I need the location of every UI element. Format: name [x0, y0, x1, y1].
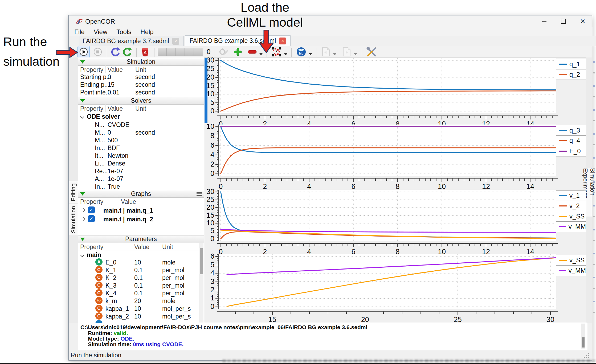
parameter-value[interactable]: 20: [134, 297, 141, 305]
title-bar[interactable]: OpenCOR ×: [69, 15, 591, 27]
parameter-value[interactable]: 0.1: [134, 290, 143, 297]
parameter-name[interactable]: K_1: [105, 267, 116, 274]
chevron-down-icon[interactable]: [80, 115, 84, 119]
solver-property-value[interactable]: Newton: [108, 152, 128, 159]
parameter-unit[interactable]: per_mol: [162, 290, 184, 297]
tab-simulation[interactable]: Simulation: [69, 204, 78, 235]
property-value[interactable]: 0: [108, 73, 111, 81]
console-scrollbar[interactable]: [581, 324, 585, 349]
property-unit[interactable]: second: [135, 89, 155, 96]
solver-property-name[interactable]: A...: [95, 175, 104, 183]
legend-entry-v_MM[interactable]: v_MM: [556, 221, 586, 232]
parameter-unit[interactable]: mole: [162, 297, 175, 305]
tab-close-icon[interactable]: ×: [172, 38, 179, 45]
parameter-name[interactable]: K_4: [105, 290, 116, 297]
parameters-scrollbar-thumb[interactable]: [200, 248, 203, 274]
chevron-down-icon[interactable]: [80, 253, 84, 257]
solver-property-name[interactable]: In...: [95, 183, 105, 190]
solver-property-value[interactable]: 500: [108, 137, 118, 144]
maximize-button[interactable]: [555, 15, 571, 27]
solver-property-name[interactable]: Li...: [95, 160, 105, 167]
plot-canvas-plot3[interactable]: [219, 190, 556, 241]
solver-property-value[interactable]: 1e-07: [108, 168, 123, 175]
solver-property-value[interactable]: CVODE: [108, 121, 129, 129]
parameters-section-header[interactable]: Parameters: [78, 235, 204, 243]
collapse-triangle-icon[interactable]: [80, 192, 85, 196]
parameter-name[interactable]: kappa_1: [105, 305, 129, 312]
plot-canvas-plot2[interactable]: [219, 125, 556, 176]
close-button[interactable]: ×: [574, 15, 591, 27]
parameter-name[interactable]: E_0: [105, 259, 116, 266]
property-unit[interactable]: second: [135, 81, 155, 88]
collapse-triangle-icon[interactable]: [80, 60, 85, 64]
export-alt-button[interactable]: [341, 46, 353, 57]
export-caret[interactable]: [333, 53, 337, 55]
simulation-section-header[interactable]: Simulation: [78, 58, 204, 66]
resize-grip-icon[interactable]: [584, 353, 590, 359]
graphs-menu-icon[interactable]: [197, 192, 202, 196]
graph-checkbox[interactable]: ✓: [88, 206, 95, 213]
reset-parameters-button[interactable]: [110, 46, 121, 57]
solver-property-name[interactable]: M...: [95, 137, 105, 144]
solver-property-name[interactable]: In...: [95, 144, 105, 152]
legend-entry-q_1[interactable]: q_1: [556, 59, 586, 69]
plot-canvas-plot4[interactable]: [219, 254, 556, 309]
sedml-file-button[interactable]: SEDML: [295, 46, 307, 57]
legend-entry-q_4[interactable]: q_4: [556, 135, 586, 146]
collapse-triangle-icon[interactable]: [80, 99, 85, 102]
solver-property-name[interactable]: N...: [95, 121, 104, 129]
property-name[interactable]: Starting p...: [80, 73, 112, 81]
parameter-value[interactable]: 10: [134, 313, 141, 320]
tab-close-icon[interactable]: ×: [279, 38, 286, 44]
menu-item-view[interactable]: View: [89, 27, 112, 36]
parameter-unit[interactable]: mol_per_s: [162, 313, 191, 320]
parameter-unit[interactable]: mole: [162, 259, 175, 266]
solver-property-value[interactable]: True: [108, 183, 120, 190]
legend-entry-q_2[interactable]: q_2: [556, 69, 586, 80]
solver-property-value[interactable]: 0: [108, 129, 111, 136]
property-name[interactable]: Point inte...: [80, 89, 111, 96]
parameter-value[interactable]: 10: [134, 305, 141, 312]
plot-canvas-plot1[interactable]: [219, 58, 556, 113]
parameter-value[interactable]: 10: [134, 259, 141, 266]
parameter-value[interactable]: 0.1: [134, 267, 143, 274]
menu-item-tools[interactable]: Tools: [112, 27, 136, 36]
property-value[interactable]: 0.01: [108, 89, 120, 96]
parameter-name[interactable]: K_3: [105, 282, 116, 289]
solver-property-name[interactable]: It...: [95, 152, 103, 159]
remove-graph-panel-button[interactable]: [246, 46, 258, 57]
property-name[interactable]: Ending p...: [80, 81, 109, 88]
solver-property-value[interactable]: Dense: [108, 160, 125, 167]
clear-results-button[interactable]: [121, 46, 133, 57]
main-group-row[interactable]: main: [81, 251, 101, 259]
legend-entry-v_MM[interactable]: v_MM: [556, 265, 586, 276]
document-tab-2[interactable]: FAIRDO BG example 3.6.sedml×: [185, 35, 291, 46]
export-button[interactable]: [320, 46, 332, 57]
ode-solver-group-row[interactable]: ODE solver: [81, 113, 120, 120]
legend-entry-v_SS[interactable]: v_SS: [556, 255, 586, 266]
chevron-right-icon[interactable]: [81, 217, 85, 221]
parameter-name[interactable]: K_2: [105, 274, 116, 282]
parameter-name[interactable]: k_m: [105, 297, 117, 305]
tab-editing[interactable]: Editing: [69, 181, 78, 204]
solver-property-value[interactable]: 1e-07: [108, 175, 123, 183]
graph-row[interactable]: ✓main.t | main.q_2: [78, 215, 204, 223]
property-unit[interactable]: second: [135, 73, 155, 81]
minimize-button[interactable]: [536, 15, 553, 27]
parameter-unit[interactable]: mol_per_s: [162, 305, 191, 312]
export-alt-caret[interactable]: [354, 53, 357, 55]
legend-entry-v_SS[interactable]: v_SS: [556, 211, 586, 222]
preferences-button[interactable]: [366, 46, 377, 57]
tab-simulation-experiment[interactable]: Simulation Experiment: [586, 168, 592, 217]
parameter-name[interactable]: kappa_2: [105, 313, 129, 320]
property-value[interactable]: 15: [108, 81, 115, 88]
console-scrollbar-thumb[interactable]: [582, 337, 585, 348]
parameter-unit[interactable]: per_mol: [162, 282, 184, 289]
document-tab-1[interactable]: FAIRDO BG example 3.7.sedml×: [78, 36, 184, 46]
legend-entry-q_3[interactable]: q_3: [556, 125, 586, 136]
graph-row[interactable]: ✓main.t | main.q_1: [78, 206, 204, 214]
parameter-unit[interactable]: per_mol: [162, 274, 184, 282]
parameter-value[interactable]: 0.1: [134, 282, 143, 289]
legend-entry-v_2[interactable]: v_2: [556, 201, 586, 211]
graphs-section-header[interactable]: Graphs: [78, 190, 204, 198]
